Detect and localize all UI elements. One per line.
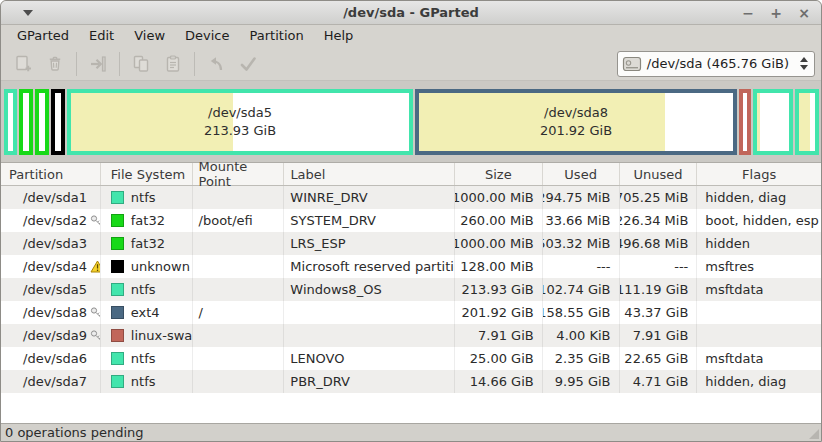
table-row-sda4[interactable]: /dev/sda4 unknown Microsoft reserved par… <box>1 255 821 278</box>
partition-name: /dev/sda7 <box>23 374 87 389</box>
block-size: 213.93 GiB <box>204 122 276 140</box>
close-button[interactable]: × <box>795 1 813 25</box>
resize-move-button[interactable] <box>82 50 114 78</box>
partition-table: Partition File System Mounte Point Label… <box>1 163 821 425</box>
disk-block-sda7[interactable] <box>795 89 819 155</box>
size-value: 25.00 GiB <box>455 347 543 370</box>
disk-block-sda4[interactable] <box>51 89 65 155</box>
used-value: 294.75 MiB <box>543 186 620 209</box>
size-value: 128.00 MiB <box>455 255 543 278</box>
new-partition-button[interactable] <box>7 50 39 78</box>
toolbar: /dev/sda (465.76 GiB) <box>1 47 821 81</box>
device-selector-spinner[interactable] <box>800 57 808 70</box>
used-space-fill <box>799 93 810 151</box>
toolbar-separator <box>76 52 77 76</box>
mount-point: / <box>193 301 285 324</box>
table-row-sda5[interactable]: /dev/sda5 ntfs Windows8_OS 213.93 GiB 10… <box>1 278 821 301</box>
table-row-sda9[interactable]: /dev/sda9 linux-swap 7.91 GiB 4.00 KiB 7… <box>1 324 821 347</box>
filesystem-name: ntfs <box>131 282 156 297</box>
size-value: 213.93 GiB <box>455 278 543 301</box>
resize-grip-icon[interactable] <box>809 429 819 439</box>
partition-label: WINRE_DRV <box>284 186 455 209</box>
disk-block-sda8[interactable]: /dev/sda8 201.92 GiB <box>415 89 737 155</box>
filesystem-name: ext4 <box>131 305 160 320</box>
menu-device[interactable]: Device <box>175 25 239 47</box>
device-selector[interactable]: /dev/sda (465.76 GiB) <box>617 51 815 77</box>
unused-value: --- <box>620 255 698 278</box>
disk-block-sda2[interactable] <box>19 89 33 155</box>
statusbar: 0 operations pending <box>1 423 821 441</box>
maximize-button[interactable]: + <box>767 1 785 25</box>
filesystem-name: unknown <box>131 259 190 274</box>
copy-button[interactable] <box>125 50 157 78</box>
gparted-window: /dev/sda - GParted − + × GParted Edit Vi… <box>0 0 822 442</box>
filesystem-name: ntfs <box>131 190 156 205</box>
flags-value: msftres <box>697 255 821 278</box>
col-header-label: Label <box>284 163 455 185</box>
table-row-sda3[interactable]: /dev/sda3 fat32 LRS_ESP 1000.00 MiB 503.… <box>1 232 821 255</box>
paste-button[interactable] <box>157 50 189 78</box>
menubar: GParted Edit View Device Partition Help <box>1 25 821 47</box>
hard-disk-icon <box>622 55 642 73</box>
partition-label: Windows8_OS <box>284 278 455 301</box>
size-value: 260.00 MiB <box>455 209 543 232</box>
partition-name: /dev/sda2 <box>23 213 87 228</box>
unused-value: 7.91 GiB <box>620 324 698 347</box>
key-icon <box>90 306 101 319</box>
disk-block-sda1[interactable] <box>4 89 17 155</box>
menu-partition[interactable]: Partition <box>240 25 314 47</box>
used-value: 33.66 MiB <box>543 209 620 232</box>
disk-blocks: /dev/sda5 213.93 GiB /dev/sda8 201.92 Gi… <box>4 89 819 155</box>
block-size: 201.92 GiB <box>540 122 612 140</box>
warning-icon <box>90 260 101 273</box>
col-header-size: Size <box>455 163 543 185</box>
partition-name: /dev/sda9 <box>23 328 87 343</box>
disk-block-sda5[interactable]: /dev/sda5 213.93 GiB <box>67 89 413 155</box>
filesystem-name: ntfs <box>131 351 156 366</box>
partition-name: /dev/sda3 <box>23 236 87 251</box>
disk-block-sda6[interactable] <box>753 89 793 155</box>
flags-value: msftdata <box>697 347 821 370</box>
menu-edit[interactable]: Edit <box>79 25 124 47</box>
filesystem-color-swatch <box>111 283 124 296</box>
minimize-button[interactable]: − <box>739 1 757 25</box>
unused-value: 496.68 MiB <box>620 232 698 255</box>
col-header-flags: Flags <box>697 163 821 185</box>
table-row-sda8[interactable]: /dev/sda8 ext4 / 201.92 GiB 158.55 GiB 4… <box>1 301 821 324</box>
filesystem-name: ntfs <box>131 374 156 389</box>
partition-label: Microsoft reserved partition <box>284 255 455 278</box>
table-row-sda2[interactable]: /dev/sda2 fat32 /boot/efi SYSTEM_DRV 260… <box>1 209 821 232</box>
menu-gparted[interactable]: GParted <box>7 25 79 47</box>
partition-label: LRS_ESP <box>284 232 455 255</box>
unused-value: 43.37 GiB <box>620 301 698 324</box>
menu-help[interactable]: Help <box>314 25 364 47</box>
filesystem-name: fat32 <box>131 213 165 228</box>
used-value: 102.74 GiB <box>543 278 620 301</box>
size-value: 1000.00 MiB <box>455 232 543 255</box>
disk-block-sda3[interactable] <box>35 89 49 155</box>
mount-point: /boot/efi <box>193 209 285 232</box>
partition-label <box>284 324 455 347</box>
filesystem-color-swatch <box>111 191 124 204</box>
mount-point <box>193 347 285 370</box>
partition-name: /dev/sda4 <box>23 259 87 274</box>
used-value: 2.35 GiB <box>543 347 620 370</box>
filesystem-color-swatch <box>111 375 124 388</box>
undo-button[interactable] <box>200 50 232 78</box>
table-row-sda6[interactable]: /dev/sda6 ntfs LENOVO 25.00 GiB 2.35 GiB… <box>1 347 821 370</box>
flags-value: hidden, diag <box>697 370 821 393</box>
unused-value: 705.25 MiB <box>620 186 698 209</box>
table-row-sda1[interactable]: /dev/sda1 ntfs WINRE_DRV 1000.00 MiB 294… <box>1 186 821 209</box>
apply-button[interactable] <box>232 50 264 78</box>
disk-block-sda9[interactable] <box>739 89 751 155</box>
delete-partition-button[interactable] <box>39 50 71 78</box>
filesystem-color-swatch <box>111 214 124 227</box>
table-row-sda7[interactable]: /dev/sda7 ntfs PBR_DRV 14.66 GiB 9.95 Gi… <box>1 370 821 393</box>
size-value: 7.91 GiB <box>455 324 543 347</box>
menu-view[interactable]: View <box>124 25 175 47</box>
key-icon <box>90 329 101 342</box>
filesystem-name: fat32 <box>131 236 165 251</box>
delete-partition-icon <box>45 54 65 74</box>
col-header-mount-point: Mounte Point <box>193 163 285 185</box>
used-value: 158.55 GiB <box>543 301 620 324</box>
